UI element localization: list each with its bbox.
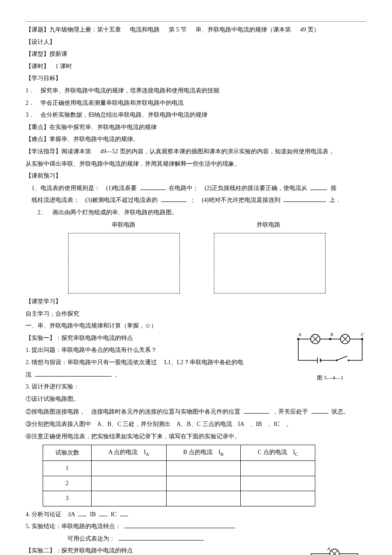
th-ic-sub: C: [295, 451, 298, 457]
th-ic-text: C 点的电流 I: [258, 449, 295, 455]
table-header-row: 试验次数 A 点的电流 IA B 点的电流 IB C 点的电流 IC: [43, 445, 315, 461]
blank-q1-4: [283, 196, 326, 202]
classroom-sub1: 自主学习，合作探究: [26, 308, 366, 320]
e1-4c: IC: [111, 511, 117, 518]
diagram-labels: 串联电路 并联电路: [68, 219, 366, 231]
exp1-3-1: ①设计试验电路图。: [26, 394, 366, 405]
q1-text-c: 接: [331, 185, 337, 191]
objective-3: 3． 会分析实验数据，归纳总结出串联电路、并联电路中电流的规律: [26, 109, 366, 121]
blank-formula: [118, 534, 204, 541]
parallel-label: 并联电路: [213, 219, 324, 231]
blank-position: [244, 407, 269, 414]
key-point: 【重点】在实验中探究串、并联电路中电流的规律: [26, 122, 366, 133]
e1-3-2b: ，开关应处于: [272, 408, 308, 415]
figure-5-4-1: A B C 图 5—4—1: [294, 333, 366, 383]
cell: [166, 460, 241, 476]
blank-q1-3: [161, 196, 187, 202]
diagram-boxes: [68, 233, 366, 293]
e1-2d: 。: [115, 371, 121, 378]
cell: [92, 476, 167, 491]
th-ia-text: A 点的电流 I: [109, 449, 146, 455]
objective-1: 1． 探究串、并联电路中电流的规律，培养连接电路和使用电流表的技能: [26, 85, 366, 97]
svg-text:C: C: [361, 333, 364, 337]
section1-title: 一、串、并联电路中电流规律和计算（掌握，☆）: [26, 320, 366, 332]
cell: [241, 491, 315, 506]
exp1-3-4: ④注意正确使用电流表，把实验结果如实地记录下来，填写在下面的实验记录中。: [26, 431, 366, 443]
fig1-caption: 图 5—4—1: [294, 373, 366, 383]
periods-line: 【课时】 1 课时: [26, 61, 366, 72]
preview-q1-line1: 1、电流表的使用规则是： (1)电流表要 在电路中； (2)正负接线柱的接法要正…: [26, 183, 366, 194]
exp1-5b: 可用公式表达为：: [26, 533, 366, 545]
q1-text-b: 在电路中； (2)正负接线柱的接法要正确，使电流从: [169, 185, 307, 191]
blank-rel3: [120, 510, 128, 516]
series-label: 串联电路: [68, 219, 179, 231]
top-rule: [26, 21, 366, 22]
experiment-table: 试验次数 A 点的电流 IA B 点的电流 IB C 点的电流 IC 1 2 3: [43, 445, 315, 506]
cell: [166, 476, 241, 491]
cell-r1: 1: [43, 460, 92, 476]
parallel-diagram-box: [214, 233, 326, 293]
th-ib: B 点的电流 IB: [166, 445, 241, 461]
preview-q2: 2、 画出由两个灯泡组成的串、并联电路的电路图。: [26, 207, 366, 219]
cell: [92, 460, 167, 476]
blank-rel1: [78, 510, 86, 516]
lesson-type-line: 【课型】授新课: [26, 49, 366, 60]
blank-q1-2: [310, 184, 327, 190]
svg-text:A: A: [298, 333, 301, 337]
blank-e1-flow: [35, 370, 112, 377]
th-ic: C 点的电流 IC: [241, 445, 315, 461]
e1-2a: 2. 猜想与假设：串联电路中只有一股电流依次通过: [26, 359, 157, 365]
th-ia: A 点的电流 IA: [92, 445, 167, 461]
th-ib-text: B 点的电流 I: [183, 449, 221, 455]
e1-3-2c: 状态。: [331, 408, 349, 415]
th-ib-sub: B: [221, 451, 224, 457]
cell: [92, 491, 167, 506]
method-b: 从实验中得出串联、并联电路中电流的规律，并用其规律解释一些生活中的现象。: [26, 158, 366, 170]
series-circuit-icon: A B C: [294, 333, 366, 371]
table-row: 1: [43, 460, 315, 476]
th-trial: 试验次数: [43, 445, 92, 461]
exp1-3-3: ③分别把电流表接入图中 A、B、C 三处，并分别测出 A、B、C 三点的电流 I…: [26, 419, 366, 430]
q1-text-d: 线柱流进电流表； (3)被测电流不超过电流表的: [32, 197, 158, 203]
cell: [166, 491, 241, 506]
figure-5-4-2: B A C 图 5—4—2: [294, 545, 366, 555]
table-row: 2: [43, 476, 315, 491]
exp1-4: 4. 分析与论证 :IA IB IC: [26, 509, 366, 520]
blank-q1-1: [140, 184, 166, 190]
exp1-5a: 5. 实验结论：串联电路的电流特点：: [26, 521, 366, 532]
e1-2c: 流: [26, 371, 32, 378]
svg-text:B: B: [330, 333, 333, 337]
blank-conclusion: [124, 522, 235, 528]
q1-text-e: ； (4)绝对不允许把电流直接连到: [190, 197, 280, 203]
svg-line-20: [337, 356, 347, 360]
classroom-label: 【课堂学习】: [26, 296, 366, 308]
e1-3-2a: ②按电路图连接电路， 连接电路时各元件的连接的位置与实物图中各元件的位置: [26, 408, 240, 415]
e1-5a-text: 5. 实验结论：串联电路的电流特点：: [26, 523, 121, 529]
topic-line: 【课题】九年级物理上册：第十五章 电流和电路 第 5 节 串、并联电路中电流的规…: [26, 24, 366, 36]
designer-line: 【设计人】: [26, 37, 366, 48]
e1-2b: L1、L2？串联电路中各处的电: [164, 359, 243, 365]
e1-4b: IB: [90, 511, 96, 518]
svg-text:A: A: [327, 546, 330, 551]
objective-2: 2． 学会正确使用电流表测量串联电路和并联电路中的电流: [26, 98, 366, 109]
table-row: 3: [43, 491, 315, 506]
cell: [241, 460, 315, 476]
method-a: 【学法指导】阅读课本第 49—52 页的内容，认真观察本课的插图和课本的演示实验…: [26, 146, 366, 158]
blank-switch: [311, 407, 329, 414]
cell: [241, 476, 315, 491]
preview-label: 【课前预习】: [26, 170, 366, 182]
e1-4a: 4. 分析与论证 :IA: [26, 511, 75, 518]
e1-5b-text: 可用公式表达为：: [67, 535, 115, 542]
th-ia-sub: A: [146, 451, 149, 457]
preview-q1-line2: 线柱流进电流表； (3)被测电流不超过电流表的 ； (4)绝对不允许把电流直接连…: [26, 195, 366, 206]
svg-point-2: [329, 338, 331, 340]
q1-text-a: 1、电流表的使用规则是： (1)电流表要: [32, 185, 137, 191]
parallel-circuit-icon: B A C: [294, 545, 366, 555]
series-diagram-box: [68, 233, 180, 293]
difficulty: 【难点】掌握串、并联电路中电流的规律。: [26, 134, 366, 145]
cell-r3: 3: [43, 491, 92, 506]
exp1-3-2: ②按电路图连接电路， 连接电路时各元件的连接的位置与实物图中各元件的位置 ，开关…: [26, 406, 366, 418]
q1-text-f: 上．: [329, 197, 341, 203]
blank-rel2: [99, 510, 107, 516]
objectives-label: 【学习目标】: [26, 73, 366, 84]
